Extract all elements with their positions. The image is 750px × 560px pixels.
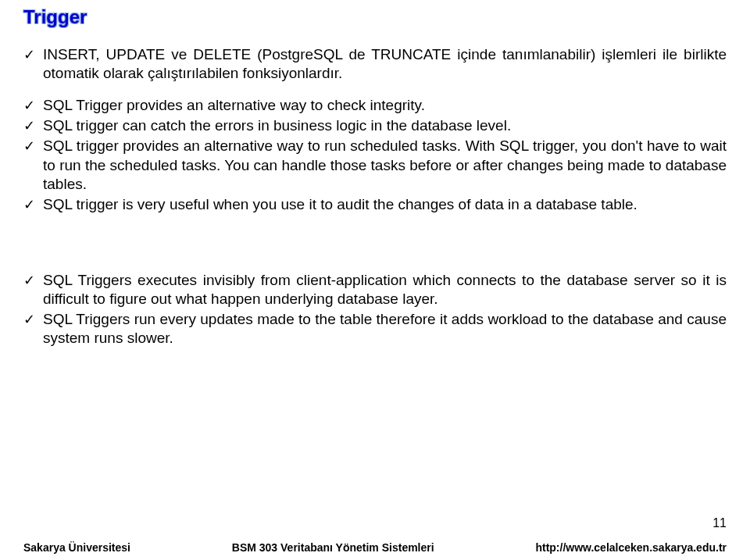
check-icon: ✓: [23, 137, 43, 194]
bullet-text: INSERT, UPDATE ve DELETE (PostgreSQL de …: [43, 45, 727, 84]
bullet-text: SQL Triggers run every updates made to t…: [43, 310, 727, 348]
bullet-text: SQL trigger provides an alternative way …: [43, 137, 727, 194]
footer: Sakarya Üniversitesi BSM 303 Veritabanı …: [0, 541, 750, 554]
bullet-text: SQL trigger can catch the errors in busi…: [43, 116, 727, 135]
check-icon: ✓: [23, 271, 43, 309]
list-item: ✓ INSERT, UPDATE ve DELETE (PostgreSQL d…: [23, 45, 727, 84]
check-icon: ✓: [23, 195, 43, 214]
bullet-group-1: ✓ INSERT, UPDATE ve DELETE (PostgreSQL d…: [23, 45, 727, 84]
bullet-group-3: ✓ SQL Triggers executes invisibly from c…: [23, 271, 727, 348]
list-item: ✓ SQL Triggers run every updates made to…: [23, 310, 727, 348]
list-item: ✓ SQL trigger can catch the errors in bu…: [23, 116, 727, 135]
footer-right: http://www.celalceken.sakarya.edu.tr: [535, 541, 727, 554]
slide-content: ✓ INSERT, UPDATE ve DELETE (PostgreSQL d…: [23, 45, 727, 348]
footer-left: Sakarya Üniversitesi: [23, 541, 130, 554]
check-icon: ✓: [23, 96, 43, 115]
bullet-text: SQL Trigger provides an alternative way …: [43, 96, 727, 115]
bullet-text: SQL Triggers executes invisibly from cli…: [43, 271, 727, 309]
list-item: ✓ SQL Triggers executes invisibly from c…: [23, 271, 727, 309]
slide-title: Trigger: [23, 6, 727, 28]
list-item: ✓ SQL trigger provides an alternative wa…: [23, 137, 727, 194]
page-number: 11: [712, 516, 727, 530]
bullet-text: SQL trigger is very useful when you use …: [43, 195, 727, 214]
footer-center: BSM 303 Veritabanı Yönetim Sistemleri: [232, 541, 434, 554]
check-icon: ✓: [23, 310, 43, 348]
check-icon: ✓: [23, 45, 43, 84]
list-item: ✓ SQL Trigger provides an alternative wa…: [23, 96, 727, 115]
list-item: ✓ SQL trigger is very useful when you us…: [23, 195, 727, 214]
check-icon: ✓: [23, 116, 43, 135]
slide-page: Trigger ✓ INSERT, UPDATE ve DELETE (Post…: [0, 0, 750, 560]
bullet-group-2: ✓ SQL Trigger provides an alternative wa…: [23, 96, 727, 215]
